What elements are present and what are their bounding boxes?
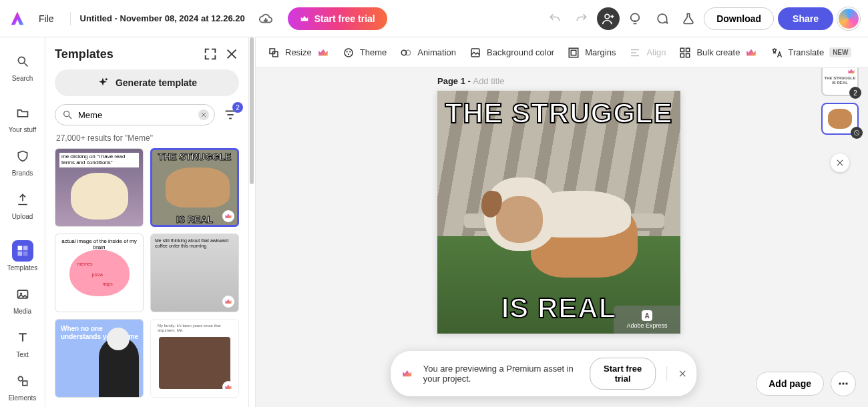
expand-panel-icon[interactable] (203, 47, 218, 61)
rail-media[interactable]: Media (4, 280, 41, 322)
template-card[interactable]: Me still thinking about that awkward cof… (150, 234, 239, 312)
page-thumbnail[interactable] (821, 103, 859, 135)
file-menu[interactable]: File (32, 9, 61, 28)
crown-icon (300, 14, 309, 23)
premium-toast: You are previewing a Premium asset in yo… (391, 351, 697, 396)
new-badge: NEW (829, 47, 851, 57)
template-card[interactable]: My family: it's been years since that ar… (150, 319, 239, 398)
watermark-text: Adobe Express (626, 322, 667, 329)
filter-button[interactable]: 2 (222, 106, 239, 123)
canvas-area[interactable]: Page 1 - Add title THE STRUGGLE IS REAL … (256, 68, 868, 407)
bottom-right-controls: Add page (756, 371, 856, 396)
user-avatar[interactable] (837, 7, 860, 30)
share-button[interactable]: Share (778, 7, 833, 30)
align-icon (629, 47, 641, 59)
rail-label: Elements (9, 394, 37, 402)
rail-label: Your stuff (9, 126, 37, 133)
crown-icon (401, 366, 413, 381)
toast-text: You are previewing a Premium asset in yo… (423, 364, 579, 384)
page-number: Page 1 - (437, 76, 473, 86)
shield-icon (16, 149, 29, 163)
ctx-resize[interactable]: Resize (268, 47, 329, 59)
tips-button[interactable] (624, 7, 646, 30)
ctx-animation[interactable]: Animation (400, 47, 456, 59)
divider (70, 12, 71, 25)
template-art (166, 167, 230, 208)
more-options-button[interactable] (831, 371, 856, 396)
rail-label: Search (12, 75, 33, 82)
meme-subject (484, 171, 638, 284)
ctx-align: Align (629, 47, 666, 59)
page-label[interactable]: Page 1 - Add title (437, 76, 504, 86)
ctx-theme[interactable]: Theme (343, 47, 387, 59)
thumb-text: THE STRUGGLE (824, 76, 855, 80)
crown-icon (317, 47, 329, 59)
rail-label: Text (16, 351, 28, 358)
rail-your-stuff[interactable]: Your stuff (4, 98, 41, 140)
template-card[interactable]: me clicking on "i have read terms and co… (55, 148, 144, 227)
cloud-sync-icon[interactable] (258, 11, 273, 26)
generate-label: Generate template (116, 77, 197, 88)
rail-text[interactable]: Text (4, 323, 41, 365)
clear-search-button[interactable] (198, 109, 209, 120)
undo-button[interactable] (544, 7, 566, 30)
page-title-placeholder[interactable]: Add title (473, 76, 504, 86)
panel-scrollbar[interactable] (249, 37, 256, 407)
ctx-label: Translate (788, 47, 824, 57)
thumb-text: IS REAL (832, 81, 848, 85)
template-art: memes pizza naps (69, 250, 130, 296)
no-edit-icon (853, 129, 860, 136)
ctx-bulk-create[interactable]: Bulk create (679, 47, 757, 59)
template-card[interactable]: When no one understands your meme (55, 319, 144, 398)
ctx-translate[interactable]: Translate NEW (771, 47, 851, 59)
rail-upload[interactable]: Upload (4, 185, 41, 227)
watermark: A Adobe Express (614, 306, 680, 334)
watermark-logo-icon: A (642, 310, 652, 321)
close-thumbnails-button[interactable] (831, 153, 849, 172)
close-panel-icon[interactable] (224, 47, 239, 61)
template-caption: actual image of the inside of my brain (55, 238, 143, 250)
toast-close-button[interactable] (678, 368, 687, 380)
background-icon (469, 47, 481, 59)
add-page-button[interactable]: Add page (756, 372, 824, 396)
app-logo-icon (8, 9, 27, 28)
search-box[interactable] (55, 104, 215, 125)
theme-icon (343, 47, 355, 59)
ctx-background-color[interactable]: Background color (469, 47, 554, 59)
generate-template-button[interactable]: Generate template (55, 69, 239, 96)
invite-icon (602, 12, 615, 25)
templates-panel: Templates Generate template 2 27,000+ re… (45, 37, 249, 407)
thumb-art (828, 109, 852, 129)
meme-text-top[interactable]: THE STRUGGLE (437, 97, 680, 129)
template-caption: My family: it's been years since that ar… (158, 324, 232, 332)
rail-search[interactable]: Search (4, 47, 41, 89)
text-icon (16, 331, 29, 344)
rail-templates[interactable]: Templates (4, 236, 41, 278)
context-bar: Resize Theme Animation Background color … (256, 37, 868, 68)
search-input[interactable] (78, 110, 193, 120)
dots-icon (837, 377, 850, 390)
template-caption: Me still thinking about that awkward cof… (155, 238, 234, 250)
invite-button[interactable] (597, 7, 620, 30)
labs-button[interactable] (677, 7, 700, 30)
page-thumbnail[interactable]: THE STRUGGLE IS REAL 2 (821, 68, 859, 96)
document-title[interactable]: Untitled - November 08, 2024 at 12.26.20 (80, 13, 245, 23)
rail-label: Media (13, 308, 31, 315)
redo-button[interactable] (570, 7, 593, 30)
template-card[interactable]: actual image of the inside of my brain m… (55, 234, 144, 312)
comment-icon (655, 12, 668, 25)
canvas-artboard[interactable]: THE STRUGGLE IS REAL A Adobe Express (437, 91, 680, 334)
rail-brands[interactable]: Brands (4, 141, 41, 183)
panel-header: Templates (55, 47, 239, 61)
upload-icon (16, 193, 29, 206)
rail-elements[interactable]: Elements (4, 366, 41, 407)
resize-icon (268, 47, 280, 59)
download-button[interactable]: Download (704, 7, 774, 30)
toast-start-trial-button[interactable]: Start free trial (590, 358, 656, 390)
start-free-trial-button[interactable]: Start free trial (288, 7, 387, 30)
search-row: 2 (55, 104, 239, 125)
ctx-label: Align (646, 47, 666, 57)
template-card[interactable]: THE STRUGGLE IS REAL (150, 148, 239, 227)
ctx-margins[interactable]: Margins (568, 47, 616, 59)
comments-button[interactable] (650, 7, 673, 30)
